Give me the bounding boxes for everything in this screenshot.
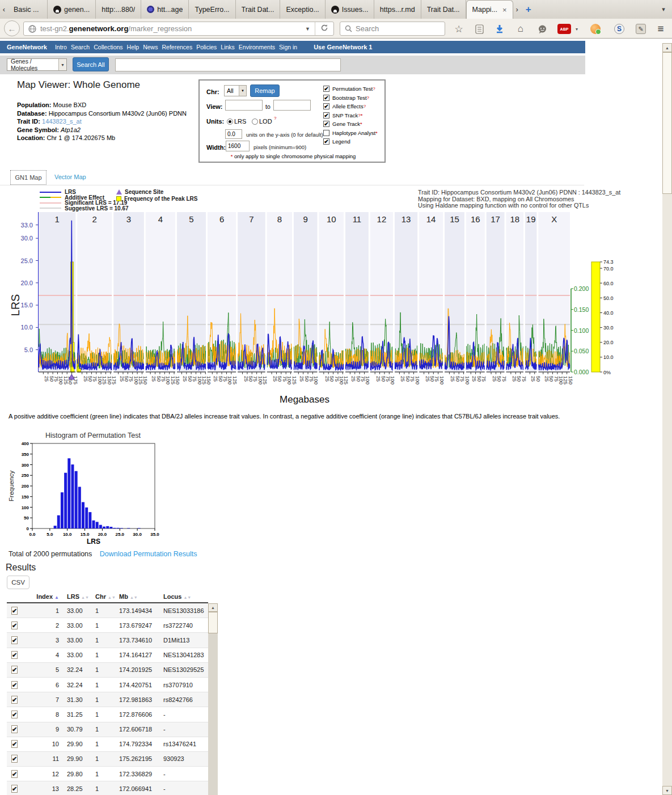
remap-button[interactable]: Remap — [250, 84, 280, 97]
scroll-down-icon[interactable]: ▼ — [662, 786, 672, 795]
checkbox-unchecked[interactable] — [323, 130, 329, 136]
checkbox-checked[interactable]: ✔ — [323, 86, 329, 92]
browser-tab-1[interactable]: Basic ... — [8, 0, 48, 19]
sort-icon[interactable]: ▲ — [54, 595, 59, 600]
checkbox-checked[interactable]: ✔ — [323, 112, 329, 119]
download-permutation-link[interactable]: Download Permutation Results — [100, 550, 197, 558]
browser-tab-6[interactable]: Trait Dat... — [236, 0, 281, 19]
table-row[interactable]: ✔632.241174.420751rs3707910 — [7, 678, 208, 692]
home-icon[interactable]: ⌂ — [514, 22, 527, 36]
tab-scroll-left-button[interactable]: ‹ — [0, 0, 8, 19]
table-row[interactable]: ✔333.001173.734610D1Mit113 — [7, 633, 208, 648]
column-header-chr[interactable]: Chr▲▼ — [86, 593, 112, 600]
browser-tab-7[interactable]: Exceptio... — [280, 0, 325, 19]
chromosome-select[interactable]: All ▼ — [224, 85, 247, 96]
chromosome-panel-2[interactable] — [77, 212, 112, 372]
row-checkbox-checked[interactable]: ✔ — [11, 651, 18, 659]
csv-button[interactable]: CSV — [7, 576, 29, 589]
url-history-dropdown-icon[interactable]: ▼ — [301, 22, 315, 35]
select-caret-icon[interactable]: ▼ — [239, 86, 246, 96]
back-button[interactable]: ← — [4, 20, 20, 36]
tab-close-icon[interactable]: × — [502, 6, 507, 14]
row-checkbox-checked[interactable]: ✔ — [11, 711, 18, 718]
browser-tab-5[interactable]: TypeErro... — [189, 0, 235, 19]
scroll-up-icon[interactable]: ▲ — [662, 43, 672, 52]
browser-tab-10[interactable]: Trait Dat... — [421, 0, 466, 19]
new-tab-button[interactable]: + — [521, 0, 536, 19]
map-width-input[interactable]: 1600 — [226, 141, 250, 151]
y-axis-units-input[interactable]: 0.0 — [225, 129, 242, 139]
column-header-locus[interactable]: Locus▲▼ — [155, 593, 208, 600]
table-row[interactable]: ✔831.251172.876606- — [7, 707, 208, 722]
sort-icon[interactable]: ▲▼ — [183, 595, 191, 599]
lod-help-icon[interactable]: ? — [274, 116, 276, 121]
checkbox-checked[interactable]: ✔ — [323, 138, 329, 145]
browser-tab-8[interactable]: Issues... — [326, 0, 374, 19]
addon-notes-icon[interactable]: ✎ — [634, 22, 648, 36]
units-lod-radio[interactable] — [252, 119, 258, 125]
row-checkbox-checked[interactable]: ✔ — [11, 785, 18, 793]
checkbox-checked[interactable]: ✔ — [323, 103, 329, 109]
tab-scroll-right-button[interactable]: › — [513, 0, 521, 19]
browser-tab-11[interactable]: Mappi...× — [466, 0, 513, 19]
browser-tab-3[interactable]: http:...880/ — [96, 0, 141, 19]
tab-gn1-map[interactable]: GN1 Map — [10, 170, 47, 185]
row-checkbox-checked[interactable]: ✔ — [11, 725, 18, 733]
table-row[interactable]: ✔1129.901175.262195930923 — [7, 752, 208, 767]
units-lrs-radio[interactable] — [227, 119, 233, 125]
chromosome-panel-3[interactable] — [113, 212, 144, 372]
chromosome-panel-1[interactable] — [39, 212, 75, 372]
row-checkbox-checked[interactable]: ✔ — [11, 636, 18, 644]
row-checkbox-checked[interactable]: ✔ — [11, 681, 18, 689]
chromosome-panel-10[interactable] — [319, 212, 344, 372]
view-to-input[interactable] — [273, 100, 311, 111]
row-checkbox-checked[interactable]: ✔ — [11, 621, 18, 629]
table-row[interactable]: ✔1029.901174.792334rs13476241 — [7, 737, 208, 752]
reload-button[interactable] — [315, 24, 333, 33]
scroll-thumb[interactable] — [662, 52, 672, 194]
help-icon[interactable]: ? — [373, 86, 375, 91]
table-scrollbar[interactable]: ▲ — [208, 603, 218, 795]
table-row[interactable]: ✔233.001173.679247rs3722740 — [7, 618, 208, 633]
bookmark-star-icon[interactable]: ☆ — [452, 22, 466, 36]
addon-orange-icon[interactable] — [589, 22, 602, 36]
addon-s-icon[interactable]: S — [612, 22, 626, 36]
downloads-icon[interactable] — [493, 22, 506, 36]
chat-icon[interactable] — [535, 22, 549, 36]
table-row[interactable]: ✔1328.251172.066941- — [7, 781, 208, 795]
row-checkbox-checked[interactable]: ✔ — [11, 696, 18, 704]
table-row[interactable]: ✔433.001174.164127NES13041283 — [7, 648, 208, 663]
page-scrollbar[interactable]: ▲ ▼ — [662, 43, 672, 795]
column-header-lrs[interactable]: LRS▲▼ — [59, 593, 86, 600]
table-row[interactable]: ✔1229.801172.336829- — [7, 767, 208, 781]
row-checkbox-checked[interactable]: ✔ — [11, 666, 18, 674]
chromosome-panel-7[interactable] — [238, 212, 265, 372]
table-row[interactable]: ✔532.241174.201925NES13029525 — [7, 663, 208, 678]
row-checkbox-checked[interactable]: ✔ — [11, 770, 18, 778]
checkbox-checked[interactable]: ✔ — [323, 95, 329, 101]
checkbox-checked[interactable]: ✔ — [323, 121, 329, 127]
bookmarks-menu-icon[interactable] — [472, 22, 486, 36]
table-row[interactable]: ✔731.301172.981863rs8242766 — [7, 692, 208, 707]
browser-tab-2[interactable]: genen... — [48, 0, 96, 19]
url-field[interactable]: test-gn2.genenetwork.org/marker_regressi… — [23, 22, 334, 36]
tab-vector-map[interactable]: Vector Map — [54, 174, 86, 180]
table-row[interactable]: ✔133.001173.149434NES13033186 — [7, 603, 208, 618]
adblock-caret-icon[interactable]: ▾ — [573, 22, 580, 36]
view-from-input[interactable] — [225, 100, 263, 111]
sort-icon[interactable]: ▲▼ — [130, 595, 138, 599]
table-scroll-up-icon[interactable]: ▲ — [208, 603, 218, 612]
column-header-index[interactable]: Index▲ — [29, 593, 59, 600]
row-checkbox-checked[interactable]: ✔ — [11, 755, 18, 763]
browser-tab-9[interactable]: https...r.md — [374, 0, 421, 19]
tab-list-dropdown-button[interactable]: ▾ — [657, 0, 670, 19]
help-icon[interactable]: ? — [364, 104, 366, 109]
help-icon[interactable]: ? — [367, 95, 369, 100]
adblock-plus-icon[interactable]: ABP — [557, 22, 571, 36]
browser-tab-4[interactable]: htt...age — [141, 0, 189, 19]
table-row[interactable]: ✔930.791172.606718- — [7, 722, 208, 737]
column-header-mb[interactable]: Mb▲▼ — [112, 593, 155, 600]
search-field[interactable]: Search — [340, 22, 445, 36]
row-checkbox-checked[interactable]: ✔ — [11, 607, 18, 615]
row-checkbox-checked[interactable]: ✔ — [11, 740, 18, 748]
